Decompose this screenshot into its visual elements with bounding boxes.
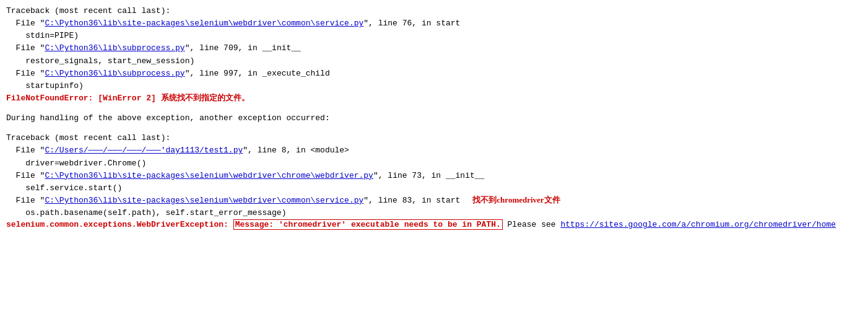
traceback2-frame3-row: File "C:\Python36\lib\site-packages\sele… xyxy=(6,195,862,207)
final-error-boxed: Message: 'chromedriver' executable needs… xyxy=(233,219,503,230)
traceback1-frame2-code: restore_signals, start_new_session) xyxy=(6,55,862,68)
traceback1-error: FileNotFoundError: [WinError 2] 系统找不到指定的… xyxy=(6,92,862,105)
traceback1-frame3-code: startupinfo) xyxy=(6,80,862,92)
final-error-prefix: selenium.common.exceptions.WebDriverExce… xyxy=(6,220,233,229)
traceback2-frame2-file: File "C:\Python36\lib\site-packages\sele… xyxy=(6,170,862,182)
final-error-line: selenium.common.exceptions.WebDriverExce… xyxy=(6,219,862,230)
traceback2-frame1-link[interactable]: C:/Users/———/———/———/———'day1113/test1.p… xyxy=(45,146,243,155)
traceback2-frame3-file: File "C:\Python36\lib\site-packages\sele… xyxy=(6,195,460,207)
final-error-suffix: Please see xyxy=(503,220,561,229)
traceback2-frame3-code: os.path.basename(self.path), self.start_… xyxy=(6,207,862,219)
traceback1-frame2-link[interactable]: C:\Python36\lib\subprocess.py xyxy=(45,43,184,53)
final-error-link[interactable]: https://sites.google.com/a/chromium.org/… xyxy=(560,220,836,229)
traceback1-frame1-link[interactable]: C:\Python36\lib\site-packages\selenium\w… xyxy=(45,19,363,28)
traceback2-frame1-file: File "C:/Users/———/———/———/———'day1113/t… xyxy=(6,144,862,157)
traceback1-frame3-file: File "C:\Python36\lib\subprocess.py", li… xyxy=(6,68,862,80)
annotation-chromedriver: 找不到chromedriver文件 xyxy=(472,195,560,206)
traceback2-frame2-code: self.service.start() xyxy=(6,182,862,195)
traceback2-frame3-link[interactable]: C:\Python36\lib\site-packages\selenium\w… xyxy=(45,196,363,205)
traceback2-header: Traceback (most recent call last): xyxy=(6,132,862,144)
middle-message: During handling of the above exception, … xyxy=(6,112,862,125)
traceback1-frame1-file: File "C:\Python36\lib\site-packages\sele… xyxy=(6,17,862,30)
traceback1-header: Traceback (most recent call last): xyxy=(6,5,862,17)
traceback2-frame2-link[interactable]: C:\Python36\lib\site-packages\selenium\w… xyxy=(45,171,373,180)
traceback2-frame1-code: driver=webdriver.Chrome() xyxy=(6,157,862,170)
traceback1-frame1-code: stdin=PIPE) xyxy=(6,30,862,42)
traceback1-frame3-link[interactable]: C:\Python36\lib\subprocess.py xyxy=(45,69,184,78)
traceback1-frame2-file: File "C:\Python36\lib\subprocess.py", li… xyxy=(6,42,862,55)
